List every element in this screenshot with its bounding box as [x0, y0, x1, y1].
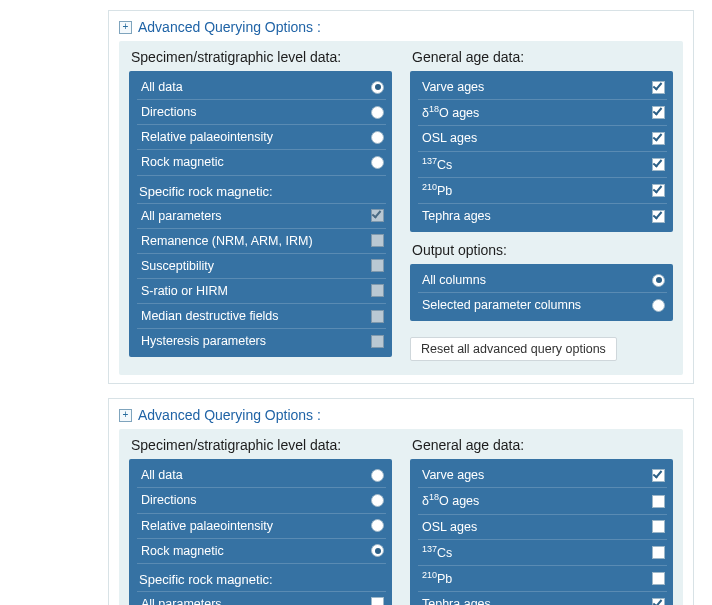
specific-subtitle: Specific rock magnetic:	[137, 175, 386, 203]
checkbox-icon[interactable]	[652, 598, 665, 605]
age-row-tephra[interactable]: Tephra ages	[418, 591, 667, 605]
checkbox-icon[interactable]	[652, 546, 665, 559]
specimen-row-directions[interactable]: Directions	[137, 487, 386, 512]
checkbox-icon[interactable]	[371, 597, 384, 605]
radio-icon[interactable]	[371, 469, 384, 482]
specimen-title: Specimen/stratigraphic level data:	[131, 437, 392, 453]
right-col: General age data: Varve ages δ18O ages	[410, 435, 673, 605]
specimen-row-directions[interactable]: Directions	[137, 99, 386, 124]
radio-icon[interactable]	[371, 494, 384, 507]
output-box: All columns Selected parameter columns	[410, 264, 673, 321]
checkbox-icon[interactable]	[652, 495, 665, 508]
checkbox-icon[interactable]	[371, 209, 384, 222]
advanced-body: Specimen/stratigraphic level data: All d…	[119, 41, 683, 375]
specimen-row-all-data[interactable]: All data	[137, 463, 386, 487]
age-row-137cs[interactable]: 137Cs	[418, 151, 667, 177]
specific-row-sratio[interactable]: S-ratio or HIRM	[137, 278, 386, 303]
age-row-d18o[interactable]: δ18O ages	[418, 99, 667, 125]
specific-row-hysteresis[interactable]: Hysteresis parameters	[137, 328, 386, 353]
age-box: Varve ages δ18O ages OSL ages	[410, 459, 673, 605]
panel-b-wrap: (b) + Advanced Querying Options : Specim…	[18, 398, 694, 605]
age-row-210pb[interactable]: 210Pb	[418, 177, 667, 203]
left-col: Specimen/stratigraphic level data: All d…	[129, 435, 392, 605]
advanced-body: Specimen/stratigraphic level data: All d…	[119, 429, 683, 605]
checkbox-icon[interactable]	[652, 184, 665, 197]
advanced-header[interactable]: + Advanced Querying Options :	[119, 405, 683, 425]
age-row-tephra[interactable]: Tephra ages	[418, 203, 667, 228]
age-row-osl[interactable]: OSL ages	[418, 125, 667, 150]
checkbox-icon[interactable]	[652, 106, 665, 119]
radio-icon[interactable]	[371, 106, 384, 119]
specimen-title: Specimen/stratigraphic level data:	[131, 49, 392, 65]
specimen-row-rpi[interactable]: Relative palaeointensity	[137, 124, 386, 149]
advanced-header-label: Advanced Querying Options :	[138, 19, 321, 35]
output-title: Output options:	[412, 242, 673, 258]
specific-row-all[interactable]: All parameters	[137, 591, 386, 605]
specimen-row-all-data[interactable]: All data	[137, 75, 386, 99]
panel-a-wrap: (a) + Advanced Querying Options : Specim…	[18, 10, 694, 384]
checkbox-icon[interactable]	[652, 572, 665, 585]
age-row-d18o[interactable]: δ18O ages	[418, 487, 667, 513]
specimen-box: All data Directions Relative palaeointen…	[129, 459, 392, 605]
checkbox-icon[interactable]	[652, 520, 665, 533]
expand-icon[interactable]: +	[119, 21, 132, 34]
age-row-osl[interactable]: OSL ages	[418, 514, 667, 539]
advanced-header-label: Advanced Querying Options :	[138, 407, 321, 423]
radio-icon[interactable]	[371, 81, 384, 94]
age-row-210pb[interactable]: 210Pb	[418, 565, 667, 591]
checkbox-icon[interactable]	[371, 259, 384, 272]
checkbox-icon[interactable]	[652, 132, 665, 145]
radio-icon[interactable]	[371, 131, 384, 144]
age-row-varve[interactable]: Varve ages	[418, 75, 667, 99]
radio-icon[interactable]	[652, 299, 665, 312]
specific-row-mdf[interactable]: Median destructive fields	[137, 303, 386, 328]
specific-subtitle: Specific rock magnetic:	[137, 563, 386, 591]
checkbox-icon[interactable]	[652, 81, 665, 94]
specimen-row-rpi[interactable]: Relative palaeointensity	[137, 513, 386, 538]
specific-row-remanence[interactable]: Remanence (NRM, ARM, IRM)	[137, 228, 386, 253]
age-row-137cs[interactable]: 137Cs	[418, 539, 667, 565]
expand-icon[interactable]: +	[119, 409, 132, 422]
age-title: General age data:	[412, 437, 673, 453]
age-box: Varve ages δ18O ages OSL ages	[410, 71, 673, 232]
output-row-selected[interactable]: Selected parameter columns	[418, 292, 667, 317]
checkbox-icon[interactable]	[652, 158, 665, 171]
radio-icon[interactable]	[652, 274, 665, 287]
specimen-box: All data Directions Relative palaeointen…	[129, 71, 392, 357]
checkbox-icon[interactable]	[371, 284, 384, 297]
reset-button[interactable]: Reset all advanced query options	[410, 337, 617, 361]
figure-root: (a) + Advanced Querying Options : Specim…	[0, 0, 712, 605]
checkbox-icon[interactable]	[652, 469, 665, 482]
specimen-row-rockmag[interactable]: Rock magnetic	[137, 149, 386, 174]
age-title: General age data:	[412, 49, 673, 65]
output-row-all[interactable]: All columns	[418, 268, 667, 292]
panel-b: + Advanced Querying Options : Specimen/s…	[108, 398, 694, 605]
radio-icon[interactable]	[371, 156, 384, 169]
advanced-header[interactable]: + Advanced Querying Options :	[119, 17, 683, 37]
checkbox-icon[interactable]	[652, 210, 665, 223]
specific-row-susceptibility[interactable]: Susceptibility	[137, 253, 386, 278]
age-row-varve[interactable]: Varve ages	[418, 463, 667, 487]
specific-row-all[interactable]: All parameters	[137, 203, 386, 228]
checkbox-icon[interactable]	[371, 335, 384, 348]
checkbox-icon[interactable]	[371, 310, 384, 323]
checkbox-icon[interactable]	[371, 234, 384, 247]
radio-icon[interactable]	[371, 519, 384, 532]
radio-icon[interactable]	[371, 544, 384, 557]
right-col: General age data: Varve ages δ18O ages	[410, 47, 673, 361]
left-col: Specimen/stratigraphic level data: All d…	[129, 47, 392, 367]
panel-a: + Advanced Querying Options : Specimen/s…	[108, 10, 694, 384]
specimen-row-rockmag[interactable]: Rock magnetic	[137, 538, 386, 563]
